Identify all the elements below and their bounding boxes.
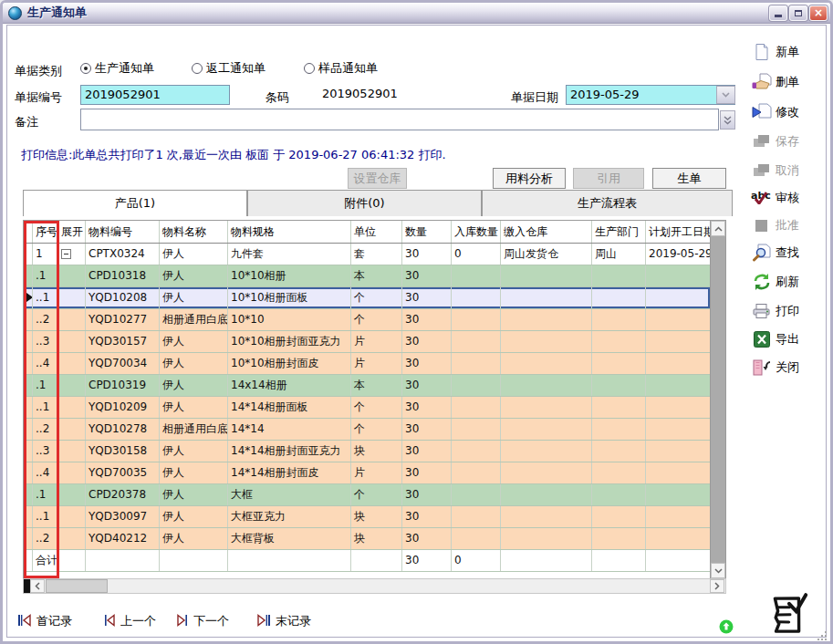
- cell-in_qty[interactable]: [452, 506, 501, 527]
- cell-qty[interactable]: 30: [402, 441, 452, 462]
- cell-warehouse[interactable]: [501, 484, 592, 505]
- cell-code[interactable]: [86, 550, 160, 571]
- cell-unit[interactable]: 本: [351, 375, 402, 396]
- cell-in_qty[interactable]: [452, 331, 501, 352]
- cell-qty[interactable]: 30: [402, 287, 452, 308]
- cell-qty[interactable]: 30: [402, 397, 452, 418]
- cell-warehouse[interactable]: [501, 397, 592, 418]
- cell-expand[interactable]: [58, 244, 86, 265]
- tab-2[interactable]: 生产流程表: [482, 190, 733, 216]
- cell-expand[interactable]: [58, 528, 86, 549]
- cell-in_qty[interactable]: [452, 419, 501, 440]
- cell-code[interactable]: YQD10209: [86, 397, 160, 418]
- cell-code[interactable]: YQD10278: [86, 419, 160, 440]
- cell-spec[interactable]: 10*10相册封面皮: [228, 353, 351, 374]
- cell-name[interactable]: 伊人: [160, 528, 228, 549]
- cell-start_date[interactable]: [646, 331, 711, 352]
- cell-name[interactable]: 相册通用白底: [160, 419, 228, 440]
- action-button-0[interactable]: 设置仓库: [348, 168, 407, 189]
- cell-spec[interactable]: [228, 550, 351, 571]
- cell-dept[interactable]: [592, 309, 646, 330]
- vertical-scrollbar[interactable]: [710, 220, 726, 579]
- doc-type-radio-0[interactable]: 生产通知单: [80, 60, 154, 77]
- cell-qty[interactable]: 30: [402, 419, 452, 440]
- cell-spec[interactable]: 10*10相册: [228, 265, 351, 286]
- cell-start_date[interactable]: [646, 506, 711, 527]
- cell-start_date[interactable]: [646, 309, 711, 330]
- cell-dept[interactable]: [592, 550, 646, 571]
- cell-in_qty[interactable]: [452, 397, 501, 418]
- table-row[interactable]: ..3YQD30158伊人14*14相册封面亚克力块30: [24, 441, 710, 462]
- cell-qty[interactable]: 30: [402, 528, 452, 549]
- cell-qty[interactable]: 30: [402, 331, 452, 352]
- sidebar-button-10[interactable]: 导出: [751, 328, 799, 350]
- cell-expand[interactable]: [58, 265, 86, 286]
- action-button-1[interactable]: 用料分析: [493, 168, 566, 189]
- table-row[interactable]: .1CPD10319伊人14x14相册本30: [24, 375, 710, 397]
- cell-dept[interactable]: [592, 484, 646, 505]
- doc-no-input[interactable]: 2019052901: [80, 85, 230, 105]
- cell-dept[interactable]: [592, 331, 646, 352]
- sidebar-button-7[interactable]: 查找: [751, 242, 799, 264]
- cell-warehouse[interactable]: [501, 419, 592, 440]
- cell-spec[interactable]: 大框: [228, 484, 351, 505]
- tab-0[interactable]: 产品(1): [23, 190, 247, 216]
- cell-in_qty[interactable]: [452, 309, 501, 330]
- doc-date-combobox[interactable]: 2019-05-29: [566, 85, 735, 105]
- cell-code[interactable]: YQD70035: [86, 462, 160, 483]
- cell-warehouse[interactable]: [501, 309, 592, 330]
- cell-warehouse[interactable]: [501, 331, 592, 352]
- cell-code[interactable]: YQD70034: [86, 353, 160, 374]
- record-nav-3[interactable]: 末记录: [256, 612, 311, 630]
- cell-spec[interactable]: 14x14相册: [228, 375, 351, 396]
- scroll-left-button[interactable]: [30, 579, 45, 593]
- sidebar-button-3[interactable]: 保存: [751, 130, 799, 152]
- sidebar-button-2[interactable]: 修改: [751, 101, 799, 123]
- cell-in_qty[interactable]: [452, 484, 501, 505]
- cell-warehouse[interactable]: [501, 506, 592, 527]
- cell-warehouse[interactable]: [501, 462, 592, 483]
- doc-date-dropdown-button[interactable]: [716, 86, 735, 104]
- cell-name[interactable]: 伊人: [160, 244, 228, 265]
- cell-start_date[interactable]: [646, 287, 711, 308]
- cell-expand[interactable]: [58, 484, 86, 505]
- table-row[interactable]: 1CPTX0324伊人九件套套300周山发货仓周山2019-05-29: [24, 244, 710, 265]
- resize-grip[interactable]: [817, 628, 828, 639]
- cell-qty[interactable]: 30: [402, 375, 452, 396]
- collapse-icon[interactable]: [61, 249, 71, 259]
- cell-in_qty[interactable]: [452, 441, 501, 462]
- cell-spec[interactable]: 14*14相册封面亚克力: [228, 441, 351, 462]
- cell-expand[interactable]: [58, 287, 86, 308]
- maximize-button[interactable]: [789, 5, 807, 21]
- cell-code[interactable]: YQD30157: [86, 331, 160, 352]
- cell-unit[interactable]: 块: [351, 506, 402, 527]
- cell-name[interactable]: [160, 550, 228, 571]
- cell-name[interactable]: 伊人: [160, 375, 228, 396]
- cell-dept[interactable]: [592, 287, 646, 308]
- cell-spec[interactable]: 大框背板: [228, 528, 351, 549]
- cell-unit[interactable]: 个: [351, 419, 402, 440]
- cell-code[interactable]: YQD40212: [86, 528, 160, 549]
- cell-name[interactable]: 伊人: [160, 265, 228, 286]
- cell-code[interactable]: YQD30097: [86, 506, 160, 527]
- sidebar-button-1[interactable]: 删单: [751, 71, 799, 93]
- sidebar-button-5[interactable]: abc审核: [751, 187, 799, 209]
- table-row[interactable]: ..1YQD10208伊人10*10相册面板个30: [24, 287, 710, 309]
- remark-expand-button[interactable]: [720, 110, 735, 130]
- cell-in_qty[interactable]: [452, 462, 501, 483]
- cell-code[interactable]: CPD10319: [86, 375, 160, 396]
- cell-name[interactable]: 伊人: [160, 397, 228, 418]
- cell-start_date[interactable]: [646, 528, 711, 549]
- cell-spec[interactable]: 10*10相册封面亚克力: [228, 331, 351, 352]
- cell-spec[interactable]: 10*10: [228, 309, 351, 330]
- cell-warehouse[interactable]: [501, 441, 592, 462]
- cell-expand[interactable]: [58, 506, 86, 527]
- cell-dept[interactable]: [592, 528, 646, 549]
- cell-warehouse[interactable]: 周山发货仓: [501, 244, 592, 265]
- cell-warehouse[interactable]: [501, 287, 592, 308]
- cell-dept[interactable]: [592, 419, 646, 440]
- cell-unit[interactable]: 本: [351, 265, 402, 286]
- table-row[interactable]: ..4YQD70034伊人10*10相册封面皮片30: [24, 353, 710, 375]
- cell-qty[interactable]: 30: [402, 309, 452, 330]
- horizontal-scroll-thumb[interactable]: [46, 579, 108, 593]
